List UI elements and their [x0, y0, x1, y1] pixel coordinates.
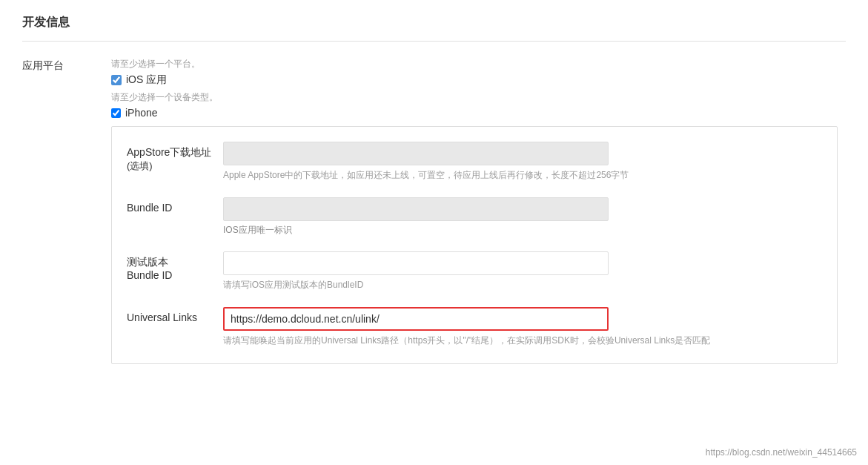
appstore-row: AppStore下载地址 (选填) Apple AppStore中的下载地址，如…	[127, 142, 815, 182]
bundle-id-input[interactable]	[223, 197, 609, 221]
iphone-label: iPhone	[125, 107, 158, 119]
watermark: https://blog.csdn.net/weixin_44514665	[706, 447, 857, 458]
appstore-label-main: AppStore下载地址	[127, 146, 223, 159]
ios-checkbox[interactable]	[111, 75, 122, 85]
universal-links-label: Universal Links	[127, 307, 223, 323]
bundle-id-row: Bundle ID IOS应用唯一标识	[127, 197, 815, 237]
appstore-label: AppStore下载地址 (选填)	[127, 142, 223, 173]
device-hint: 请至少选择一个设备类型。	[111, 91, 846, 104]
page-title: 开发信息	[22, 15, 846, 42]
iphone-checkbox[interactable]	[111, 108, 121, 118]
appstore-input[interactable]	[223, 142, 609, 165]
test-bundle-input[interactable]	[223, 251, 609, 275]
test-bundle-hint: 请填写iOS应用测试版本的BundleID	[223, 278, 815, 292]
universal-links-row: Universal Links 请填写能唤起当前应用的Universal Lin…	[127, 307, 815, 348]
appstore-field: Apple AppStore中的下载地址，如应用还未上线，可置空，待应用上线后再…	[223, 142, 815, 182]
platform-hint: 请至少选择一个平台。	[111, 58, 846, 70]
test-bundle-label-main: 测试版本	[127, 256, 223, 269]
platform-row: 应用平台 请至少选择一个平台。 iOS 应用 请至少选择一个设备类型。 iPho…	[22, 56, 846, 364]
inner-form: AppStore下载地址 (选填) Apple AppStore中的下载地址，如…	[111, 126, 838, 364]
iphone-checkbox-wrapper[interactable]: iPhone	[111, 107, 846, 119]
universal-links-input[interactable]	[223, 307, 609, 331]
platform-content: 请至少选择一个平台。 iOS 应用 请至少选择一个设备类型。 iPhone	[111, 56, 846, 364]
platform-label: 应用平台	[22, 56, 111, 73]
test-bundle-sublabel: Bundle ID	[127, 269, 223, 281]
device-sub-section: 请至少选择一个设备类型。 iPhone	[111, 91, 846, 119]
bundle-id-hint: IOS应用唯一标识	[223, 224, 815, 237]
bundle-id-field: IOS应用唯一标识	[223, 197, 815, 237]
ios-checkbox-wrapper[interactable]: iOS 应用	[111, 73, 846, 87]
appstore-hint: Apple AppStore中的下载地址，如应用还未上线，可置空，待应用上线后再…	[223, 168, 815, 182]
ios-label: iOS 应用	[126, 73, 167, 87]
universal-links-hint: 请填写能唤起当前应用的Universal Links路径（https开头，以"/…	[223, 334, 815, 348]
test-bundle-row: 测试版本 Bundle ID 请填写iOS应用测试版本的BundleID	[127, 251, 815, 292]
universal-links-field: 请填写能唤起当前应用的Universal Links路径（https开头，以"/…	[223, 307, 815, 348]
page-container: 开发信息 应用平台 请至少选择一个平台。 iOS 应用 请至少选择一个设备类型。…	[0, 0, 868, 386]
test-bundle-field: 请填写iOS应用测试版本的BundleID	[223, 251, 815, 292]
form-section: 应用平台 请至少选择一个平台。 iOS 应用 请至少选择一个设备类型。 iPho…	[22, 56, 846, 372]
appstore-sublabel: (选填)	[127, 159, 223, 173]
test-bundle-label: 测试版本 Bundle ID	[127, 251, 223, 281]
bundle-id-label: Bundle ID	[127, 197, 223, 214]
